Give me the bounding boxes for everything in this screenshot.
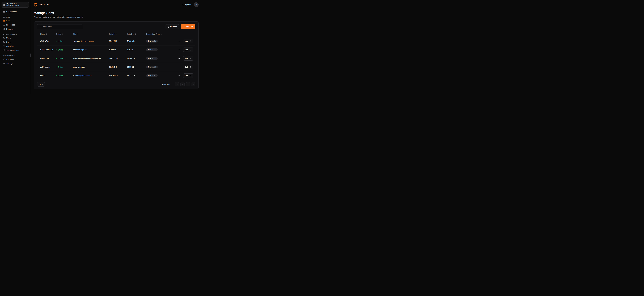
sidebar-item-invitations[interactable]: Invitations (2, 44, 29, 48)
sort-icon (77, 33, 78, 35)
pangolin-logo-icon (34, 3, 38, 6)
sidebar-item-domains[interactable]: Domains (2, 27, 29, 31)
sidebar-item-server-admin[interactable]: Server Admin (2, 10, 29, 14)
previous-page-button[interactable] (180, 82, 184, 86)
connection-type-badge: Newt v1.3.2 (146, 40, 158, 42)
sidebar-item-api-keys[interactable]: API Keys (2, 57, 29, 62)
online-status-dot (56, 75, 56, 76)
cell-data-in: 30.12 MB (108, 37, 126, 46)
double-chevron-right-icon (192, 84, 194, 85)
arrow-right-icon (190, 49, 192, 51)
column-header-name[interactable]: Name (40, 33, 48, 35)
column-header-connection-type[interactable]: Connection Type (146, 33, 162, 35)
chevrons-up-down-icon (26, 4, 27, 6)
refresh-icon (167, 26, 169, 28)
row-menu-button[interactable] (177, 66, 180, 68)
cell-data-out: 3.20 MB (126, 46, 145, 54)
edit-button[interactable]: Edit (183, 48, 194, 52)
connection-type-name: Newt (148, 40, 151, 42)
table-row: Jeff's Laptop Online smug-brown-rat 12.6… (37, 63, 196, 71)
add-site-button[interactable]: Add Site (181, 24, 196, 29)
arrow-right-icon (190, 66, 192, 68)
ellipsis-icon (178, 75, 180, 76)
organization-selector[interactable]: Organization milo@fossorial.io's ... (2, 2, 29, 8)
sort-icon (160, 33, 162, 35)
cell-connection-type: Newt v1.3.2 (145, 46, 176, 54)
cell-online: Online (54, 54, 72, 63)
ellipsis-icon (178, 67, 180, 67)
column-header-data-out[interactable]: Data Out (127, 33, 137, 35)
column-header-online[interactable]: Online (56, 33, 64, 35)
table-row: Office Online welcome-giant-mole-rat 534… (37, 71, 196, 80)
avatar[interactable]: M (194, 2, 198, 7)
column-header-data-in[interactable]: Data In (109, 33, 118, 35)
row-menu-button[interactable] (177, 75, 180, 76)
sidebar-resize-handle[interactable] (30, 54, 30, 57)
sidebar-item-label: Users (6, 37, 11, 39)
cell-actions: Edit (176, 37, 196, 46)
refresh-button[interactable]: Refresh (165, 24, 179, 29)
sites-table-body: AWS VPC Online vivacious-little-blue-pen… (37, 37, 196, 80)
sidebar-item-label: Domains (6, 28, 14, 30)
building-icon (3, 4, 5, 6)
server-icon (3, 11, 5, 13)
edit-button-label: Edit (185, 49, 188, 51)
connection-type-name: Newt (148, 49, 151, 50)
roles-icon (3, 41, 5, 43)
cell-actions: Edit (176, 63, 196, 71)
cell-name: AWS VPC (37, 37, 54, 46)
sidebar-item-label: Shareable Links (6, 49, 19, 52)
sidebar-item-label: API Keys (6, 58, 14, 60)
online-status-dot (56, 41, 56, 42)
row-menu-button[interactable] (177, 40, 180, 42)
sidebar-item-roles[interactable]: Roles (2, 40, 29, 44)
page-content: Manage Sites Allow connectivity to your … (30, 9, 202, 89)
sort-icon (46, 33, 48, 35)
page-title: Manage Sites (34, 11, 198, 15)
page-info: Page 1 of 1 (162, 83, 172, 86)
double-chevron-left-icon (176, 84, 178, 85)
edit-button[interactable]: Edit (183, 39, 194, 43)
column-header-site[interactable]: Site (73, 33, 78, 35)
online-status-dot (56, 66, 56, 68)
cell-online: Online (54, 37, 72, 46)
edit-button[interactable]: Edit (183, 65, 194, 69)
connection-type-version: v1.3.2 (152, 66, 156, 68)
edit-button[interactable]: Edit (183, 56, 194, 60)
cell-site: dead-san-joaquin-antelope-squirrel (72, 54, 108, 63)
main-content: PANGOLIN System M Manage Sites Allow con… (30, 0, 202, 94)
cell-data-in: 12.65 GB (108, 63, 126, 71)
cell-data-in: 5.00 MB (108, 46, 126, 54)
sidebar-item-settings[interactable]: Settings (2, 62, 29, 66)
table-row: AWS VPC Online vivacious-little-blue-pen… (37, 37, 196, 46)
sidebar-item-sites[interactable]: Sites (2, 19, 29, 23)
table-footer: 20 Page 1 of 1 (37, 82, 196, 86)
table-row: Home Lab Online dead-san-joaquin-antelop… (37, 54, 196, 63)
page-size-select[interactable]: 20 (37, 82, 45, 86)
sidebar-item-shareable-links[interactable]: Shareable Links (2, 48, 29, 52)
search-input[interactable] (42, 26, 81, 28)
sidebar-item-label: Settings (6, 62, 13, 64)
online-status-label: Online (58, 66, 63, 68)
brand: PANGOLIN (34, 3, 49, 6)
cell-name: Office (37, 71, 54, 80)
cell-name: Jeff's Laptop (37, 63, 54, 71)
user-icon (3, 37, 5, 39)
last-page-button[interactable] (191, 82, 196, 86)
edit-button[interactable]: Edit (183, 74, 194, 78)
theme-label: System (185, 4, 192, 6)
edit-button-label: Edit (185, 66, 188, 68)
theme-toggle[interactable]: System (182, 4, 192, 6)
first-page-button[interactable] (175, 82, 179, 86)
sidebar-item-resources[interactable]: Resources (2, 23, 29, 27)
row-menu-button[interactable] (177, 49, 180, 50)
next-page-button[interactable] (186, 82, 190, 86)
sidebar-item-label: Resources (6, 24, 15, 26)
sidebar-item-label: Server Admin (6, 11, 17, 13)
connection-type-version: v1.3.2 (152, 40, 156, 42)
sidebar-item-users[interactable]: Users (2, 36, 29, 40)
link-icon (3, 49, 5, 52)
row-menu-button[interactable] (177, 58, 180, 59)
topbar-right: System M (182, 2, 198, 7)
section-heading-general: GENERAL (3, 16, 28, 18)
